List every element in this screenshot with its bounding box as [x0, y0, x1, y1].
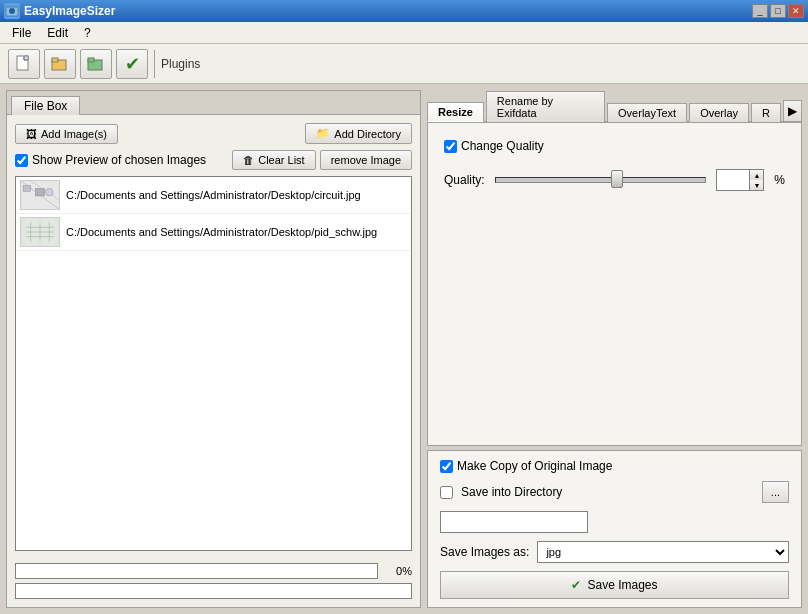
svg-point-1 [9, 8, 15, 14]
quality-unit: % [774, 173, 785, 187]
plugins-label: Plugins [161, 57, 200, 71]
maximize-button[interactable]: □ [770, 4, 786, 18]
panel-body: 🖼 Add Image(s) 📁 Add Directory Show Prev… [7, 115, 420, 559]
progress-bar-2 [15, 583, 412, 599]
quality-spinbox[interactable]: 58 ▲ ▼ [716, 169, 764, 191]
make-copy-label: Make Copy of Original Image [457, 459, 612, 473]
make-copy-row: Make Copy of Original Image [440, 459, 789, 473]
resize-tab-content: Change Quality Quality: 58 ▲ ▼ [427, 123, 802, 446]
svg-point-15 [46, 188, 53, 195]
open2-button[interactable] [80, 49, 112, 79]
save-images-button[interactable]: ✔ Save Images [440, 571, 789, 599]
add-directory-icon: 📁 [316, 127, 330, 140]
show-preview-checkbox[interactable] [15, 154, 28, 167]
save-format-row: Save Images as: jpg png bmp gif [440, 541, 789, 563]
progress-section: 0% [7, 559, 420, 607]
progress-bar-row-1: 0% [15, 563, 412, 579]
show-preview-label: Show Preview of chosen Images [32, 153, 206, 167]
clear-list-button[interactable]: 🗑 Clear List [232, 150, 315, 170]
preview-controls-row: Show Preview of chosen Images 🗑 Clear Li… [15, 150, 412, 170]
spinbox-up[interactable]: ▲ [750, 170, 763, 180]
change-quality-row: Change Quality [444, 139, 785, 153]
file-list[interactable]: C:/Documents and Settings/Administrator/… [15, 176, 412, 551]
quality-row: Quality: 58 ▲ ▼ % [444, 169, 785, 191]
save-into-dir-label: Save into Directory [461, 485, 562, 499]
quality-slider[interactable] [495, 177, 707, 183]
make-copy-checkbox[interactable] [440, 460, 453, 473]
save-dir-row: Save into Directory ... [440, 481, 789, 503]
list-item[interactable]: C:/Documents and Settings/Administrator/… [16, 214, 411, 251]
list-item[interactable]: C:/Documents and Settings/Administrator/… [16, 177, 411, 214]
tab-rename-exifdata[interactable]: Rename by Exifdata [486, 91, 605, 122]
spinbox-down[interactable]: ▼ [750, 180, 763, 190]
browse-button[interactable]: ... [762, 481, 789, 503]
save-icon: ✔ [571, 578, 581, 592]
spinbox-arrows: ▲ ▼ [749, 170, 763, 190]
dir-input-row [440, 511, 789, 533]
svg-rect-7 [52, 58, 58, 62]
show-preview-checkbox-row: Show Preview of chosen Images [15, 153, 206, 167]
top-buttons-row: 🖼 Add Image(s) 📁 Add Directory [15, 123, 412, 144]
open-button[interactable] [44, 49, 76, 79]
toolbar-separator [154, 50, 155, 78]
save-as-label: Save Images as: [440, 545, 529, 559]
quality-value-input[interactable]: 58 [717, 170, 749, 190]
quality-section: Change Quality Quality: 58 ▲ ▼ [444, 135, 785, 433]
format-select[interactable]: jpg png bmp gif [537, 541, 789, 563]
tabs-header: Resize Rename by Exifdata OverlayText Ov… [427, 90, 802, 123]
progress-percent: 0% [382, 565, 412, 577]
clear-list-icon: 🗑 [243, 154, 254, 166]
remove-image-button[interactable]: remove Image [320, 150, 412, 170]
quality-label: Quality: [444, 173, 485, 187]
title-bar: EasyImageSizer _ □ ✕ [0, 0, 808, 22]
file-path-1: C:/Documents and Settings/Administrator/… [66, 226, 377, 238]
minimize-button[interactable]: _ [752, 4, 768, 18]
save-into-dir-checkbox[interactable] [440, 486, 453, 499]
add-directory-button[interactable]: 📁 Add Directory [305, 123, 412, 144]
tab-resize[interactable]: Resize [427, 102, 484, 122]
svg-marker-3 [24, 56, 28, 60]
close-button[interactable]: ✕ [788, 4, 804, 18]
progress-bar-1 [15, 563, 378, 579]
app-icon [4, 3, 20, 19]
svg-rect-9 [88, 58, 94, 62]
menu-edit[interactable]: Edit [39, 24, 76, 42]
list-action-buttons: 🗑 Clear List remove Image [232, 150, 412, 170]
window-controls[interactable]: _ □ ✕ [752, 4, 804, 18]
dir-path-input[interactable] [440, 511, 588, 533]
apply-button[interactable]: ✔ [116, 49, 148, 79]
menu-file[interactable]: File [4, 24, 39, 42]
file-thumb-0 [20, 180, 60, 210]
svg-rect-13 [23, 186, 30, 192]
menu-bar: File Edit ? [0, 22, 808, 44]
bottom-section: Make Copy of Original Image Save into Di… [427, 450, 802, 608]
tab-overlay[interactable]: Overlay [689, 103, 749, 122]
main-content: File Box 🖼 Add Image(s) 📁 Add Directory [0, 84, 808, 614]
toolbar: ✔ Plugins [0, 44, 808, 84]
tab-more-icon: ▶ [788, 104, 797, 118]
right-panel: Resize Rename by Exifdata OverlayText Ov… [427, 90, 802, 608]
menu-help[interactable]: ? [76, 24, 99, 42]
quality-slider-container [495, 177, 707, 183]
tab-more-button[interactable]: ▶ [783, 100, 802, 121]
tab-r[interactable]: R [751, 103, 781, 122]
add-images-icon: 🖼 [26, 128, 37, 140]
file-path-0: C:/Documents and Settings/Administrator/… [66, 189, 361, 201]
tab-overlaytext[interactable]: OverlayText [607, 103, 687, 122]
new-file-button[interactable] [8, 49, 40, 79]
add-images-button[interactable]: 🖼 Add Image(s) [15, 124, 118, 144]
window-title: EasyImageSizer [24, 4, 115, 18]
change-quality-checkbox[interactable] [444, 140, 457, 153]
file-box-tab[interactable]: File Box [11, 96, 80, 115]
file-box-panel: File Box 🖼 Add Image(s) 📁 Add Directory [6, 90, 421, 608]
svg-rect-14 [35, 188, 44, 195]
change-quality-label: Change Quality [461, 139, 544, 153]
file-thumb-1 [20, 217, 60, 247]
quality-slider-thumb[interactable] [611, 170, 623, 188]
